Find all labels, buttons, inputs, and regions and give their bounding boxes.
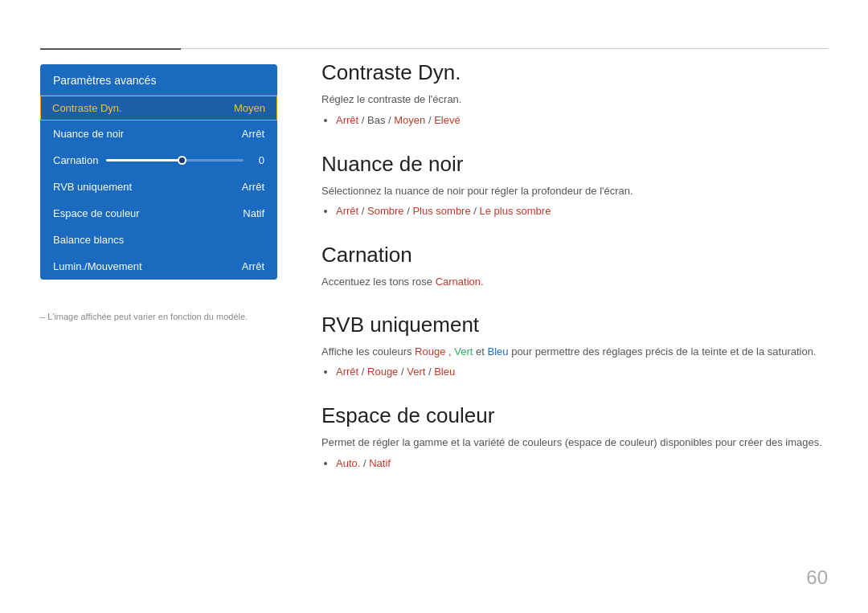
- option-espace-list: Auto. / Natif: [336, 455, 828, 472]
- menu-value-espace: Natif: [243, 207, 264, 219]
- rvb-rouge-inline: Rouge: [415, 345, 445, 358]
- menu-label-lumin: Lumin./Mouvement: [53, 260, 142, 272]
- rvb-desc-text1: Affiche les couleurs: [321, 345, 415, 358]
- rvb-bullet-sep1: /: [362, 366, 367, 378]
- panel-title: Paramètres avancés: [40, 64, 277, 96]
- option-plus-sombre: Plus sombre: [412, 205, 470, 217]
- section-options-nuance: Arrêt / Sombre / Plus sombre / Le plus s…: [321, 202, 828, 220]
- menu-label-nuance: Nuance de noir: [53, 128, 124, 140]
- section-title-carnation: Carnation: [321, 243, 828, 268]
- menu-value-lumin: Arrêt: [242, 260, 264, 272]
- section-nuance: Nuance de noir Sélectionnez la nuance de…: [321, 152, 828, 221]
- menu-label-rvb: RVB uniquement: [53, 181, 132, 193]
- menu-label-espace: Espace de couleur: [53, 207, 140, 219]
- menu-item-balance[interactable]: Balance blancs: [40, 227, 277, 253]
- option-natif: Natif: [369, 457, 391, 469]
- section-desc-nuance: Sélectionnez la nuance de noir pour régl…: [321, 183, 828, 199]
- carnation-desc-text: Accentuez les tons rose: [321, 276, 436, 288]
- menu-item-espace[interactable]: Espace de couleur Natif: [40, 200, 277, 227]
- section-desc-rvb: Affiche les couleurs Rouge , Vert et Ble…: [321, 344, 828, 360]
- rvb-desc-text2: pour permettre des réglages précis de la…: [511, 345, 816, 358]
- rvb-bleu-inline: Bleu: [488, 345, 509, 358]
- option-sep1: / Bas /: [362, 114, 394, 126]
- rvb-vert-inline: Vert: [454, 345, 473, 358]
- menu-item-carnation[interactable]: Carnation 0: [40, 147, 277, 174]
- menu-item-contraste[interactable]: Contraste Dyn. Moyen: [40, 96, 277, 121]
- carnation-slider-fill: [106, 159, 182, 161]
- menu-label-contraste: Contraste Dyn.: [52, 102, 122, 114]
- menu-item-nuance[interactable]: Nuance de noir Arrêt: [40, 121, 277, 147]
- rvb-sep2: et: [476, 345, 487, 358]
- footnote: – L'image affichée peut varier en foncti…: [40, 312, 248, 321]
- section-title-contraste: Contraste Dyn.: [321, 60, 828, 85]
- option-arret-nuance: Arrêt: [336, 205, 358, 217]
- menu-label-balance: Balance blancs: [53, 234, 124, 246]
- carnation-slider-thumb: [178, 156, 186, 165]
- page-number: 60: [806, 566, 828, 589]
- option-sep-nuance1: /: [362, 205, 367, 217]
- option-arret-contraste: Arrêt: [336, 114, 358, 126]
- left-panel: Paramètres avancés Contraste Dyn. Moyen …: [40, 64, 277, 280]
- carnation-link: Carnation.: [436, 276, 484, 288]
- section-espace: Espace de couleur Permet de régler la ga…: [321, 403, 828, 472]
- option-eleve: Elevé: [434, 114, 461, 126]
- section-title-nuance: Nuance de noir: [321, 152, 828, 177]
- option-vert: Vert: [407, 366, 425, 378]
- menu-value-rvb: Arrêt: [242, 181, 264, 193]
- menu-item-rvb[interactable]: RVB uniquement Arrêt: [40, 174, 277, 200]
- menu-label-carnation: Carnation: [53, 154, 98, 166]
- section-options-contraste: Arrêt / Bas / Moyen / Elevé: [321, 112, 828, 129]
- top-accent-line: [40, 48, 181, 50]
- option-sombre: Sombre: [367, 205, 404, 217]
- section-options-espace: Auto. / Natif: [321, 455, 828, 472]
- menu-value-carnation: 0: [252, 154, 264, 166]
- section-desc-espace: Permet de régler la gamme et la variété …: [321, 435, 828, 451]
- section-options-rvb: Arrêt / Rouge / Vert / Bleu: [321, 363, 828, 381]
- section-title-rvb: RVB uniquement: [321, 313, 828, 337]
- option-auto: Auto.: [336, 457, 360, 469]
- section-desc-carnation: Accentuez les tons rose Carnation.: [321, 274, 828, 290]
- section-desc-contraste: Réglez le contraste de l'écran.: [321, 92, 828, 108]
- right-content: Contraste Dyn. Réglez le contraste de l'…: [321, 60, 828, 495]
- option-le-plus-sombre: Le plus sombre: [480, 205, 551, 217]
- section-contraste: Contraste Dyn. Réglez le contraste de l'…: [321, 60, 828, 129]
- section-title-espace: Espace de couleur: [321, 403, 828, 428]
- section-rvb: RVB uniquement Affiche les couleurs Roug…: [321, 313, 828, 382]
- section-carnation: Carnation Accentuez les tons rose Carnat…: [321, 243, 828, 290]
- menu-value-nuance: Arrêt: [242, 128, 264, 140]
- option-arret-rvb: Arrêt: [336, 366, 358, 378]
- option-contraste-list: Arrêt / Bas / Moyen / Elevé: [336, 112, 828, 129]
- menu-value-contraste: Moyen: [234, 102, 265, 114]
- option-rvb-list: Arrêt / Rouge / Vert / Bleu: [336, 363, 828, 381]
- menu-item-lumin[interactable]: Lumin./Mouvement Arrêt: [40, 253, 277, 280]
- option-rouge: Rouge: [367, 366, 398, 378]
- carnation-slider-track[interactable]: [106, 159, 244, 161]
- option-sep-nuance3: /: [473, 205, 479, 217]
- option-moyen: Moyen: [394, 114, 425, 126]
- option-bleu: Bleu: [434, 366, 455, 378]
- option-nuance-list: Arrêt / Sombre / Plus sombre / Le plus s…: [336, 202, 828, 220]
